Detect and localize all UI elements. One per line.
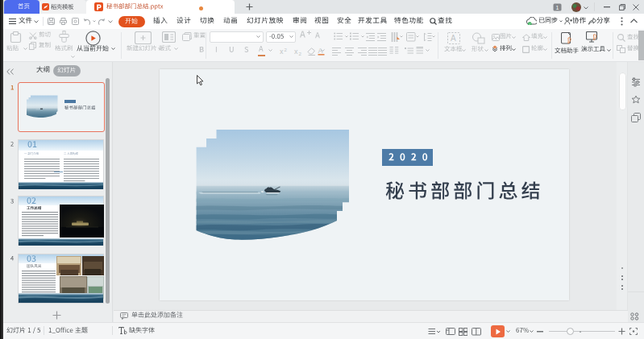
svg-text:2: 2 [299, 52, 302, 56]
svg-text:x: x [294, 48, 298, 56]
svg-text:2: 2 [285, 48, 288, 52]
svg-text:A: A [451, 34, 456, 43]
svg-text:1: 1 [556, 5, 559, 10]
svg-text:x: x [280, 48, 284, 56]
